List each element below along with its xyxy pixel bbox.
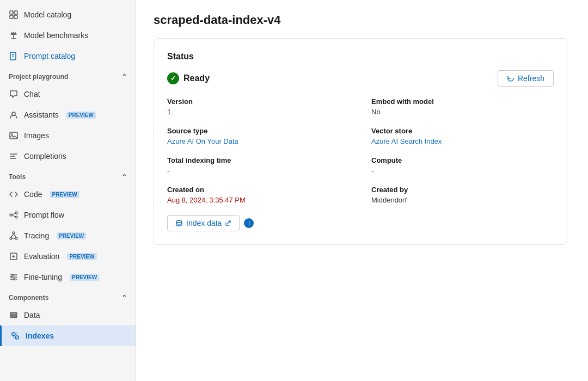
compute-label: Compute [371, 156, 554, 164]
grid-icon [9, 10, 19, 20]
data-icon [9, 310, 19, 320]
sidebar-label-chat: Chat [24, 90, 40, 99]
index-data-button[interactable]: Index data [167, 215, 240, 231]
svg-line-20 [11, 234, 14, 237]
sidebar-label-model-benchmarks: Model benchmarks [24, 31, 88, 40]
vector-store-value: Azure AI Search Index [371, 137, 554, 145]
created-by-label: Created by [371, 186, 554, 194]
status-value: Ready [183, 73, 210, 83]
svg-rect-0 [10, 11, 13, 14]
indexing-time-value: - [167, 167, 350, 175]
external-link-icon [225, 220, 231, 226]
refresh-button[interactable]: Refresh [498, 70, 554, 87]
page-title: scraped-data-index-v4 [154, 13, 571, 27]
ready-check-icon: ✓ [167, 72, 179, 84]
chevron-up-tools-icon: ⌃ [121, 173, 127, 181]
chevron-up-icon: ⌃ [121, 73, 127, 81]
svg-point-13 [15, 212, 17, 214]
detail-created-on: Created on Aug 8, 2024, 3:35:47 PM [167, 186, 350, 204]
detail-embed-model: Embed with model No [371, 97, 554, 116]
created-on-label: Created on [167, 186, 350, 194]
section-header-components[interactable]: Components ⌃ [0, 287, 136, 305]
refresh-icon [507, 75, 514, 82]
sidebar-item-fine-tuning[interactable]: Fine-tuning PREVIEW [0, 267, 136, 287]
sidebar-label-evaluation: Evaluation [24, 252, 59, 261]
svg-line-16 [12, 215, 15, 217]
completions-icon [9, 151, 19, 161]
index-data-label: Index data [186, 219, 222, 228]
sidebar-label-prompt-catalog: Prompt catalog [24, 52, 75, 60]
sidebar-label-fine-tuning: Fine-tuning [24, 273, 62, 281]
source-type-label: Source type [167, 127, 350, 135]
svg-point-17 [10, 237, 12, 239]
source-type-value: Azure AI On Your Data [167, 137, 350, 145]
vector-store-label: Vector store [371, 127, 554, 135]
sidebar-label-completions: Completions [24, 152, 66, 161]
detail-compute: Compute - [371, 156, 554, 175]
tune-icon [9, 272, 19, 282]
code-icon [9, 189, 19, 199]
sidebar: Model catalog Model benchmarks Prompt [0, 0, 136, 381]
sidebar-item-model-catalog[interactable]: Model catalog [0, 4, 136, 25]
svg-rect-10 [10, 132, 17, 139]
svg-point-9 [12, 112, 15, 115]
svg-line-15 [12, 213, 15, 216]
svg-rect-1 [14, 11, 17, 14]
status-section-title: Status [167, 52, 554, 62]
evaluation-badge: PREVIEW [67, 253, 96, 260]
compute-value: - [371, 167, 554, 175]
sidebar-item-model-benchmarks[interactable]: Model benchmarks [0, 25, 136, 46]
assistants-badge: PREVIEW [66, 112, 96, 119]
section-header-tools[interactable]: Tools ⌃ [0, 167, 136, 184]
sidebar-label-model-catalog: Model catalog [24, 10, 71, 19]
sidebar-label-prompt-flow: Prompt flow [24, 211, 64, 219]
sidebar-item-assistants[interactable]: Assistants PREVIEW [0, 105, 136, 125]
sidebar-label-data: Data [24, 311, 40, 319]
sidebar-item-prompt-catalog[interactable]: Prompt catalog [0, 46, 136, 66]
status-card: Status ✓ Ready Refresh Version 1 Embed w… [154, 38, 567, 245]
sidebar-item-prompt-flow[interactable]: Prompt flow [0, 205, 136, 225]
embed-model-label: Embed with model [371, 97, 554, 106]
eval-icon [9, 251, 19, 261]
chevron-up-components-icon: ⌃ [121, 294, 127, 302]
sidebar-item-code[interactable]: Code PREVIEW [0, 184, 136, 205]
version-label: Version [167, 97, 350, 106]
svg-line-21 [14, 234, 16, 237]
detail-created-by: Created by Middendorf [371, 186, 554, 204]
database-icon [175, 219, 183, 227]
section-header-project-playground[interactable]: Project playground ⌃ [0, 66, 136, 84]
sidebar-item-indexes[interactable]: Indexes [0, 325, 136, 346]
tracing-badge: PREVIEW [57, 232, 86, 239]
assistant-icon [9, 110, 19, 120]
indexes-icon [10, 331, 20, 341]
sidebar-label-images: Images [24, 131, 49, 140]
index-data-row: Index data i [167, 215, 554, 231]
details-grid: Version 1 Embed with model No Source typ… [167, 97, 554, 204]
sidebar-item-evaluation[interactable]: Evaluation PREVIEW [0, 246, 136, 267]
sidebar-item-data[interactable]: Data [0, 305, 136, 325]
svg-point-12 [10, 214, 12, 216]
svg-point-11 [11, 134, 13, 136]
sidebar-item-chat[interactable]: Chat [0, 84, 136, 105]
embed-model-value: No [371, 108, 554, 116]
image-icon [9, 131, 19, 140]
scale-icon [9, 30, 19, 40]
svg-rect-2 [10, 15, 13, 19]
detail-version: Version 1 [167, 97, 350, 116]
info-icon[interactable]: i [244, 218, 254, 228]
main-content: scraped-data-index-v4 Status ✓ Ready Ref… [136, 0, 588, 381]
svg-point-33 [176, 220, 182, 223]
detail-indexing-time: Total indexing time - [167, 156, 350, 175]
detail-source-type: Source type Azure AI On Your Data [167, 127, 350, 145]
detail-vector-store: Vector store Azure AI Search Index [371, 127, 554, 145]
version-value: 1 [167, 108, 350, 116]
indexing-time-label: Total indexing time [167, 156, 350, 164]
created-on-value: Aug 8, 2024, 3:35:47 PM [167, 196, 350, 204]
svg-point-19 [13, 232, 15, 234]
sidebar-label-assistants: Assistants [24, 110, 59, 119]
svg-rect-3 [14, 15, 17, 19]
status-ready-indicator: ✓ Ready [167, 72, 210, 84]
sidebar-item-images[interactable]: Images [0, 125, 136, 146]
sidebar-item-completions[interactable]: Completions [0, 146, 136, 167]
sidebar-item-tracing[interactable]: Tracing PREVIEW [0, 225, 136, 246]
